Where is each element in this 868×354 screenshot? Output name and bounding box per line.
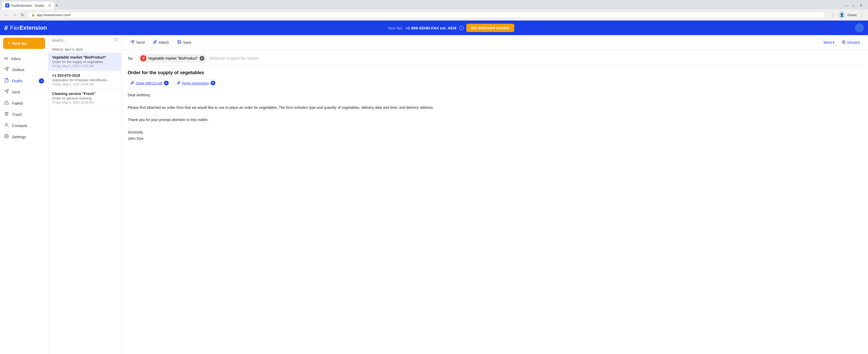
discard-icon xyxy=(842,40,846,45)
browser-actions: ⋮ 👤 Guest ⋮ xyxy=(830,11,865,19)
main-content: Send Attach Save More ▾ xyxy=(121,35,868,354)
message-item[interactable]: +1 203-870-3318 Application for Employer… xyxy=(49,71,121,89)
recipient-chip: V Vegetable market "BioProduct" ✕ xyxy=(137,54,207,63)
active-tab[interactable]: # FaxExtension - Drafts ✕ xyxy=(2,2,54,9)
get-dedicated-button[interactable]: Get dedicated number xyxy=(466,24,514,32)
sidebar-item-inbox[interactable]: ✉ Inbox xyxy=(0,53,48,64)
window-close-button[interactable]: ✕ xyxy=(858,3,864,8)
tab-close-button[interactable]: ✕ xyxy=(48,3,51,7)
body-paragraph-2: Thank you for your prompt attention to t… xyxy=(128,117,862,123)
to-label: To: xyxy=(128,56,133,61)
save-label: Save xyxy=(183,40,191,44)
attachment-chip: Order 686123.pdf ✕ xyxy=(128,79,172,87)
svg-point-5 xyxy=(6,123,7,125)
fax-number: +1 808-SEND-FAX ext. 4318 xyxy=(406,26,457,30)
lock-icon: 🔒 xyxy=(31,13,35,17)
send-button[interactable]: Send xyxy=(127,38,148,47)
attachment-link[interactable]: Reply instructions xyxy=(182,81,209,85)
compose-area: To: V Vegetable market "BioProduct" ✕ Ad… xyxy=(121,50,868,354)
message-time: Friday, May 5, 2023 10:54 AM xyxy=(52,82,118,86)
svg-point-6 xyxy=(6,136,7,137)
sent-icon xyxy=(4,89,9,95)
discard-button[interactable]: Discard xyxy=(839,38,863,47)
attachment-remove-button[interactable]: ✕ xyxy=(164,81,169,85)
body-signature: John Doe xyxy=(128,136,862,142)
sidebar-item-drafts[interactable]: Drafts 3 xyxy=(0,75,48,86)
new-fax-label: New fax xyxy=(12,41,27,45)
svg-line-8 xyxy=(117,41,118,41)
refresh-button[interactable]: ↻ xyxy=(20,11,25,19)
sidebar-item-label: Settings xyxy=(12,135,26,139)
sidebar-item-sent[interactable]: Sent xyxy=(0,86,48,98)
attachment-link[interactable]: Order 686123.pdf xyxy=(136,81,162,85)
attach-icon xyxy=(153,40,157,45)
sidebar-item-settings[interactable]: Settings xyxy=(0,131,48,142)
sidebar-item-trash[interactable]: Trash xyxy=(0,109,48,120)
sidebar-item-label: Outbox xyxy=(12,67,25,72)
fax-info-icon[interactable]: ℹ xyxy=(459,26,464,30)
attachment-remove-button[interactable]: ✕ xyxy=(211,81,215,85)
window-minimize-button[interactable]: – xyxy=(844,3,849,8)
app-logo: # FaxExtension xyxy=(4,24,47,32)
browser-user-button[interactable]: 👤 xyxy=(838,11,845,19)
drafts-badge: 3 xyxy=(39,78,44,83)
toolbar-right: More ▾ Discard xyxy=(820,38,863,47)
new-tab-button[interactable]: + xyxy=(55,3,58,8)
sidebar-item-contacts[interactable]: Contacts xyxy=(0,120,48,131)
more-button[interactable]: More ▾ xyxy=(820,38,837,46)
tab-bar: # FaxExtension - Drafts ✕ + – □ ✕ xyxy=(0,0,868,9)
back-button[interactable]: ← xyxy=(3,11,9,18)
outbox-icon xyxy=(4,67,9,73)
recipient-remove-button[interactable]: ✕ xyxy=(200,56,204,61)
trash-icon xyxy=(4,111,9,117)
message-item[interactable]: Cleaning service "Fresh" Order for gener… xyxy=(49,89,121,107)
save-button[interactable]: Save xyxy=(174,38,195,47)
sidebar: + New fax ✉ Inbox Outbox Drafts 3 Sent xyxy=(0,35,49,354)
attach-button[interactable]: Attach xyxy=(149,38,173,47)
attachment-chip: Reply instructions ✕ xyxy=(174,79,218,87)
contacts-icon xyxy=(4,122,9,129)
discard-label: Discard xyxy=(847,40,860,44)
body-paragraph-1: Please find attached an order form that … xyxy=(128,105,862,111)
window-maximize-button[interactable]: □ xyxy=(851,3,856,8)
message-time: Friday, May 5, 2023 10:56 AM xyxy=(52,64,118,68)
message-time: Friday, May 5, 2023 10:36 AM xyxy=(52,101,118,104)
search-input[interactable] xyxy=(52,38,112,42)
browser-user-icon: 👤 xyxy=(840,13,844,17)
new-fax-button[interactable]: + New fax xyxy=(3,38,45,49)
logo-hash-icon: # xyxy=(4,24,8,32)
sidebar-item-label: Failed xyxy=(12,101,23,105)
svg-point-7 xyxy=(115,38,117,41)
message-preview: Application for Employer Identificatio..… xyxy=(52,78,118,82)
message-item[interactable]: Vegetable market "BioProduct" Order for … xyxy=(49,52,121,71)
sidebar-item-outbox[interactable]: Outbox xyxy=(0,64,48,75)
sidebar-item-label: Trash xyxy=(12,112,22,117)
search-icon xyxy=(114,38,118,43)
plus-icon: + xyxy=(7,40,10,46)
send-label: Send xyxy=(136,40,145,44)
additional-recipient-input[interactable]: Additional recipient fax number xyxy=(209,56,259,60)
more-label: More xyxy=(824,40,832,44)
failed-icon xyxy=(4,100,9,106)
attachment-icon xyxy=(131,81,134,85)
logo-text: FaxExtension xyxy=(10,25,47,31)
extensions-button[interactable]: ⋮ xyxy=(830,11,836,19)
logo-fax: Fax xyxy=(10,25,20,31)
recipient-initial: V xyxy=(142,57,145,60)
url-box[interactable]: 🔒 app.faxextension.com/ xyxy=(27,12,826,18)
to-field: To: V Vegetable market "BioProduct" ✕ Ad… xyxy=(128,54,862,66)
address-bar: ← → ↻ 🔒 app.faxextension.com/ ⋮ 👤 Guest … xyxy=(0,9,868,20)
header-user-button[interactable]: 👤 xyxy=(855,24,864,32)
body-greeting: Dear Anthony, xyxy=(128,92,862,98)
browser-user-label: Guest xyxy=(847,13,857,17)
email-body: Dear Anthony, Please find attached an or… xyxy=(128,92,862,142)
tab-title: FaxExtension - Drafts xyxy=(11,4,46,7)
header-center: Your fax: +1 808-SEND-FAX ext. 4318 ℹ Ge… xyxy=(47,24,855,32)
attachment-icon xyxy=(177,81,181,85)
browser-menu-button[interactable]: ⋮ xyxy=(859,11,865,19)
forward-button[interactable]: → xyxy=(11,11,18,18)
window-controls: – □ ✕ xyxy=(844,3,866,8)
compose-toolbar: Send Attach Save More ▾ xyxy=(121,35,868,50)
sidebar-item-failed[interactable]: Failed xyxy=(0,98,48,109)
message-list: Friday, May 5, 2023 Vegetable market "Bi… xyxy=(49,35,121,354)
